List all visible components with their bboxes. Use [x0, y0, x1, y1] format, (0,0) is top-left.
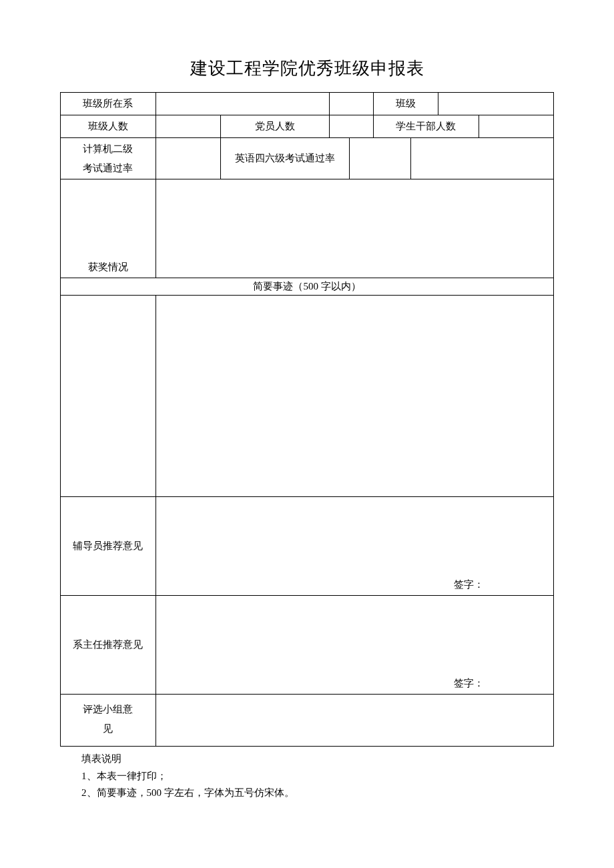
deeds-left-cell	[61, 296, 156, 497]
footer-notes: 填表说明 1、本表一律打印； 2、简要事迹，500 字左右，字体为五号仿宋体。	[60, 751, 554, 802]
value-counselor-opinion[interactable]: 签字：	[156, 497, 553, 596]
application-form-table: 班级所在系 班级 班级人数 党员人数 学生干部人数 计算机二级 考试通过率 英语…	[60, 92, 554, 747]
value-brief-deeds[interactable]	[156, 296, 553, 497]
label-party-members: 党员人数	[220, 115, 329, 138]
label-dept-head-opinion: 系主任推荐意见	[61, 596, 156, 695]
label-group-opinion: 评选小组意 见	[61, 695, 156, 747]
value-class-size[interactable]	[156, 115, 220, 138]
value-group-opinion[interactable]	[156, 695, 553, 747]
label-english-pass: 英语四六级考试通过率	[220, 138, 350, 179]
footer-note2: 2、简要事迹，500 字左右，字体为五号仿宋体。	[81, 785, 554, 802]
page-title: 建设工程学院优秀班级申报表	[60, 57, 554, 80]
label-department: 班级所在系	[61, 93, 156, 115]
value-student-cadres[interactable]	[479, 115, 553, 138]
label-computer-pass-line2: 考试通过率	[83, 163, 133, 173]
value-party-members[interactable]	[329, 115, 373, 138]
label-award-status: 获奖情况	[61, 179, 156, 278]
label-group-opinion-line2: 见	[103, 723, 113, 734]
label-computer-pass: 计算机二级 考试通过率	[61, 138, 156, 179]
footer-note1: 1、本表一律打印；	[81, 768, 554, 785]
label-computer-pass-line1: 计算机二级	[83, 143, 133, 154]
value-english-pass-extra[interactable]	[410, 138, 553, 179]
value-department[interactable]	[156, 93, 329, 115]
label-brief-deeds: 简要事迹（500 字以内）	[61, 278, 554, 296]
counselor-signature-label: 签字：	[454, 578, 484, 591]
label-class: 班级	[373, 93, 438, 115]
label-counselor-opinion: 辅导员推荐意见	[61, 497, 156, 596]
footer-heading: 填表说明	[81, 751, 554, 768]
label-class-size: 班级人数	[61, 115, 156, 138]
dept-head-signature-label: 签字：	[454, 677, 484, 690]
value-award-status[interactable]	[156, 179, 553, 278]
value-dept-head-opinion[interactable]: 签字：	[156, 596, 553, 695]
value-class[interactable]	[438, 93, 553, 115]
value-computer-pass[interactable]	[156, 138, 220, 179]
value-english-pass[interactable]	[350, 138, 411, 179]
label-student-cadres: 学生干部人数	[373, 115, 479, 138]
value-grade[interactable]	[329, 93, 373, 115]
label-group-opinion-line1: 评选小组意	[83, 704, 133, 715]
